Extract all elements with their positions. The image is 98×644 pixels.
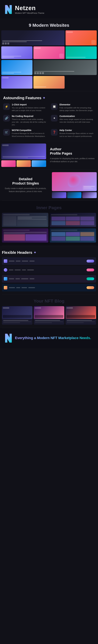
flexible-headers-title: Flexible Headers ✦ bbox=[2, 250, 96, 255]
blog-section-title: Your NFT Blog bbox=[2, 298, 96, 304]
blog-grid bbox=[2, 306, 96, 325]
blog-card-image-1 bbox=[2, 306, 32, 319]
header-logo-2 bbox=[4, 268, 7, 272]
product-small-image-1 bbox=[52, 192, 66, 198]
logo-icon bbox=[4, 4, 12, 14]
feature-item-1: ⚡ 1-Click Import You can get the full Ne… bbox=[3, 103, 47, 112]
header-preview-3 bbox=[2, 275, 96, 282]
app-tagline: Modern NFT WordPress Theme bbox=[15, 12, 44, 14]
inner-page-thumb-2 bbox=[50, 213, 96, 227]
feature-text-4: Customization Alter every single aspect … bbox=[60, 115, 95, 124]
websites-section-title: 9 Modern Websites bbox=[0, 18, 98, 30]
product-singles-section: Detailed Product Singles Easily create i… bbox=[0, 170, 98, 201]
feature-icon-help: ❓ bbox=[51, 129, 58, 136]
blog-card-image-2 bbox=[34, 306, 64, 319]
website-thumb-6 bbox=[1, 60, 32, 75]
author-small-image-3 bbox=[32, 160, 46, 167]
author-main-image bbox=[1, 144, 46, 159]
blog-section: Your NFT Blog bbox=[0, 295, 98, 328]
footer-cta-text: Everything a Modern NFT Marketplace Need… bbox=[15, 336, 91, 340]
author-small-images bbox=[1, 160, 46, 167]
feature-icon-no-coding: 🔗 bbox=[3, 115, 10, 122]
blog-card-line-1 bbox=[3, 322, 31, 322]
product-small-image-3 bbox=[82, 192, 97, 198]
blog-card-title-bar-1 bbox=[3, 320, 28, 321]
header-preview-1 bbox=[2, 257, 96, 265]
website-thumb-2 bbox=[66, 30, 97, 46]
author-small-image-2 bbox=[17, 160, 31, 167]
product-desc: Easily create in-depth presentations for… bbox=[3, 187, 48, 193]
blog-card-3 bbox=[66, 306, 96, 325]
feature-item-3: 🔗 No Coding Required There's no need to … bbox=[3, 115, 47, 126]
inner-page-thumb-1 bbox=[2, 213, 48, 227]
flexible-headers-section: Flexible Headers ✦ bbox=[0, 246, 98, 295]
blog-card-body-1 bbox=[2, 319, 32, 325]
feature-text-6: Help Center Browse Knowledge Base articl… bbox=[60, 129, 95, 138]
blog-card-body-2 bbox=[34, 319, 64, 325]
header-logo-1 bbox=[4, 259, 7, 263]
blog-card-line-2 bbox=[3, 322, 20, 323]
feature-item-4: ✦ Customization Alter every single aspec… bbox=[51, 115, 95, 126]
author-profile-section: Author Profile Pages A template for disp… bbox=[0, 141, 98, 170]
footer-logo-icon bbox=[4, 333, 12, 343]
product-text: Detailed Product Singles Easily create i… bbox=[1, 172, 50, 198]
feature-text-1: 1-Click Import You can get the full Netz… bbox=[12, 103, 47, 112]
header-button-1 bbox=[86, 260, 94, 262]
blog-card-1 bbox=[2, 306, 32, 325]
header-button-4 bbox=[86, 286, 94, 289]
product-small-image-2 bbox=[67, 192, 82, 198]
header-button-2 bbox=[86, 268, 94, 271]
inner-pages-grid bbox=[2, 213, 96, 242]
header-section: Netzen Modern NFT WordPress Theme bbox=[0, 0, 98, 18]
inner-page-thumb-3 bbox=[2, 228, 48, 242]
header-preview-2 bbox=[2, 266, 96, 274]
feature-icon-customization: ✦ bbox=[51, 115, 58, 122]
inner-page-thumb-4 bbox=[50, 228, 96, 242]
footer-cta: Everything a Modern NFT Marketplace Need… bbox=[0, 328, 98, 348]
product-main-image bbox=[52, 172, 97, 191]
app-title: Netzen bbox=[15, 5, 44, 12]
author-profile-desc: A template for displaying the work, prof… bbox=[50, 157, 95, 163]
header-logo-4 bbox=[4, 286, 7, 290]
blog-card-title-bar-2 bbox=[35, 320, 60, 321]
feature-icon-elementor: 🔲 bbox=[51, 103, 58, 110]
feature-item-6: ❓ Help Center Browse Knowledge Base arti… bbox=[51, 129, 95, 138]
inner-pages-section: Inner Pages bbox=[0, 201, 98, 246]
product-small-images bbox=[52, 192, 97, 198]
features-section-title: Astounding Features ✦ bbox=[3, 96, 95, 100]
website-thumb-7 bbox=[33, 60, 97, 75]
blog-card-line-6 bbox=[67, 322, 84, 323]
product-title: Detailed Product Singles bbox=[3, 177, 48, 186]
header-nav-2 bbox=[9, 270, 85, 270]
header-button-3 bbox=[86, 278, 94, 280]
header-nav-3 bbox=[9, 278, 85, 279]
website-thumb-5 bbox=[66, 46, 97, 59]
website-thumb-4 bbox=[33, 46, 65, 59]
blog-card-title-bar-3 bbox=[67, 320, 92, 321]
website-thumb-9 bbox=[33, 76, 65, 88]
blog-card-line-4 bbox=[35, 322, 52, 323]
feature-icon-wcfm: 🛒 bbox=[3, 129, 10, 136]
features-section: Astounding Features ✦ ⚡ 1-Click Import Y… bbox=[0, 91, 98, 141]
blog-card-2 bbox=[34, 306, 64, 325]
author-small-image-1 bbox=[1, 160, 16, 167]
blog-card-body-3 bbox=[66, 319, 96, 325]
header-preview-4 bbox=[2, 284, 96, 292]
feature-text-5: WCFM Compatible Frontend Manager for Woo… bbox=[12, 129, 47, 138]
star-icon: ✦ bbox=[43, 96, 45, 100]
blog-card-image-3 bbox=[66, 306, 96, 319]
website-grid bbox=[0, 30, 98, 91]
author-profile-text: Author Profile Pages A template for disp… bbox=[48, 144, 97, 167]
feature-text-3: No Coding Required There's no need to co… bbox=[12, 115, 47, 126]
feature-item-5: 🛒 WCFM Compatible Frontend Manager for W… bbox=[3, 129, 47, 138]
blog-card-line-3 bbox=[35, 322, 63, 322]
header-logo-3 bbox=[4, 277, 7, 280]
website-thumb-1 bbox=[1, 30, 65, 46]
feature-text-2: Elementor Fully compatible with the amaz… bbox=[60, 103, 95, 112]
header-nav-4 bbox=[9, 287, 85, 288]
inner-pages-title: Inner Pages bbox=[2, 205, 96, 210]
author-profile-images bbox=[1, 144, 46, 167]
header-previews bbox=[2, 257, 96, 292]
flex-headers-star-icon: ✦ bbox=[34, 251, 36, 254]
website-thumb-3 bbox=[1, 46, 32, 59]
